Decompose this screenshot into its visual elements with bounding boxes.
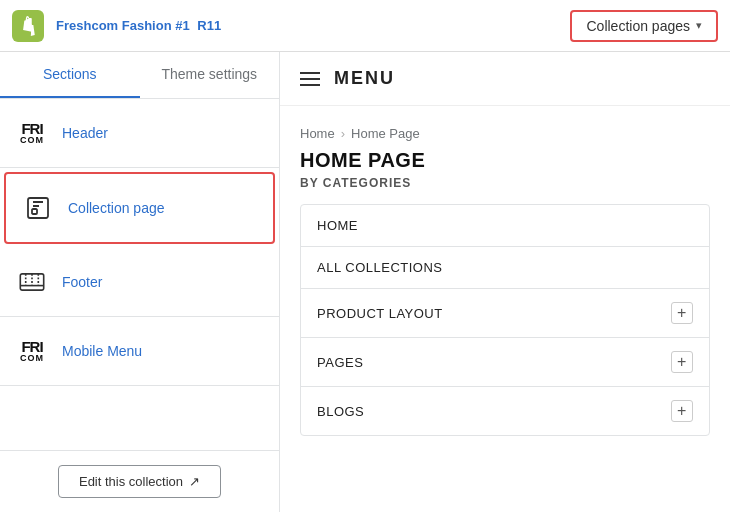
preview-panel: MENU Home › Home Page HOME PAGE BY CATEG…: [280, 52, 730, 512]
page-title: HOME PAGE: [300, 149, 710, 172]
category-label: PRODUCT LAYOUT: [317, 306, 443, 321]
menu-label: MENU: [334, 68, 395, 89]
sidebar-item-footer[interactable]: Footer: [0, 248, 279, 317]
sidebar-item-header[interactable]: FRI COM Header: [0, 99, 279, 168]
svg-rect-1: [32, 209, 37, 214]
collection-page-icon: [20, 190, 56, 226]
category-label: BLOGS: [317, 404, 364, 419]
category-label: ALL COLLECTIONS: [317, 260, 443, 275]
page-subtitle: BY CATEGORIES: [300, 176, 710, 190]
breadcrumb: Home › Home Page: [300, 126, 710, 141]
category-row[interactable]: HOME: [301, 205, 709, 247]
collection-pages-button[interactable]: Collection pages ▾: [570, 10, 718, 42]
mobile-menu-label: Mobile Menu: [62, 343, 142, 359]
breadcrumb-current: Home Page: [351, 126, 420, 141]
category-list: HOMEALL COLLECTIONSPRODUCT LAYOUT+PAGES+…: [300, 204, 710, 436]
mobile-menu-fri-icon: FRI COM: [14, 333, 50, 369]
chevron-down-icon: ▾: [696, 19, 702, 32]
category-row[interactable]: BLOGS+: [301, 387, 709, 435]
main-layout: Sections Theme settings FRI COM Header: [0, 52, 730, 512]
footer-label: Footer: [62, 274, 102, 290]
svg-rect-0: [28, 198, 48, 218]
shopify-logo: [12, 10, 44, 42]
footer-icon: [14, 264, 50, 300]
external-link-icon: ↗: [189, 474, 200, 489]
store-name: Freshcom Fashion #1 R11: [56, 18, 221, 33]
breadcrumb-home: Home: [300, 126, 335, 141]
expand-category-button[interactable]: +: [671, 351, 693, 373]
collection-page-label: Collection page: [68, 200, 165, 216]
tabs: Sections Theme settings: [0, 52, 279, 99]
sidebar-item-mobile-menu[interactable]: FRI COM Mobile Menu: [0, 317, 279, 386]
hamburger-icon[interactable]: [300, 72, 320, 86]
sidebar-footer: Edit this collection ↗: [0, 450, 279, 512]
sidebar-items: FRI COM Header Collection page: [0, 99, 279, 450]
top-bar: Freshcom Fashion #1 R11 Collection pages…: [0, 0, 730, 52]
expand-category-button[interactable]: +: [671, 400, 693, 422]
expand-category-button[interactable]: +: [671, 302, 693, 324]
edit-collection-button[interactable]: Edit this collection ↗: [58, 465, 221, 498]
sidebar-item-collection-page[interactable]: Collection page: [4, 172, 275, 244]
category-row[interactable]: PRODUCT LAYOUT+: [301, 289, 709, 338]
category-label: PAGES: [317, 355, 363, 370]
header-label: Header: [62, 125, 108, 141]
category-row[interactable]: PAGES+: [301, 338, 709, 387]
fri-logo-icon: FRI COM: [14, 115, 50, 151]
category-label: HOME: [317, 218, 358, 233]
tab-sections[interactable]: Sections: [0, 52, 140, 98]
tab-theme-settings[interactable]: Theme settings: [140, 52, 280, 98]
category-row[interactable]: ALL COLLECTIONS: [301, 247, 709, 289]
sidebar: Sections Theme settings FRI COM Header: [0, 52, 280, 512]
breadcrumb-separator: ›: [341, 126, 345, 141]
menu-bar: MENU: [280, 52, 730, 106]
